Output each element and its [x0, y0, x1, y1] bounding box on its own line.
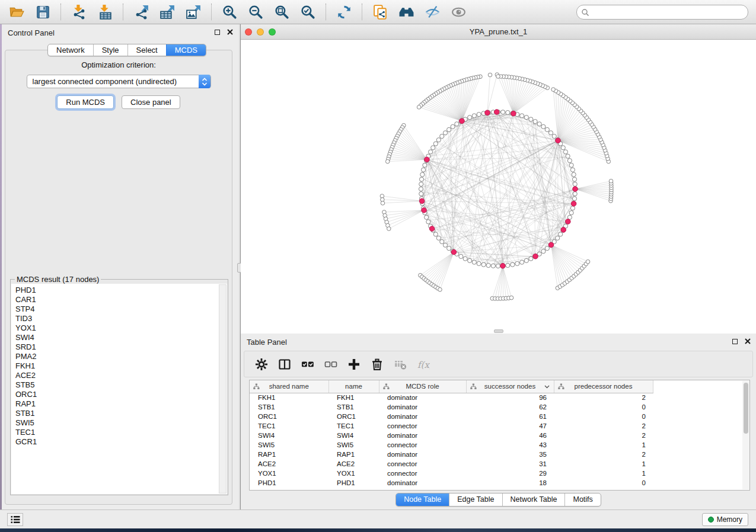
run-mcds-button[interactable]: Run MCDS: [57, 95, 114, 109]
tab-style[interactable]: Style: [93, 44, 127, 56]
mcds-result-item[interactable]: ACE2: [15, 371, 218, 380]
network-canvas[interactable]: [241, 40, 756, 334]
tab-network-table[interactable]: Network Table: [502, 493, 565, 506]
table-row[interactable]: RAP1RAP1dominator352: [250, 450, 742, 459]
mcds-result-item[interactable]: CAR1: [15, 295, 218, 305]
ring-node: [501, 110, 505, 114]
mcds-result-item[interactable]: PHD1: [15, 286, 218, 295]
table-panel-header: Table Panel: [241, 334, 756, 349]
ring-node: [529, 257, 533, 261]
tab-node-table[interactable]: Node Table: [396, 493, 449, 506]
network-window-titlebar[interactable]: YPA_prune.txt_1: [241, 24, 756, 40]
optimization-criterion-select[interactable]: largest connected component (undirected): [27, 75, 211, 88]
control-panel-title: Control Panel: [8, 28, 55, 37]
cell-filler: [653, 421, 742, 431]
tab-select[interactable]: Select: [127, 44, 166, 56]
column-header-shared-name[interactable]: shared name: [250, 380, 328, 393]
cell-successor-nodes: 61: [466, 412, 554, 421]
hub-node: [451, 249, 457, 255]
mcds-result-item[interactable]: FKH1: [15, 361, 218, 371]
ring-node: [477, 261, 481, 265]
toolbar-separator: [211, 4, 212, 20]
scrollbar-thumb[interactable]: [744, 383, 748, 434]
open-session-button[interactable]: [4, 2, 30, 22]
table-row[interactable]: SWI5SWI5connector431: [250, 440, 742, 450]
table-row[interactable]: TEC1TEC1connector472: [250, 421, 742, 431]
close-panel-button[interactable]: Close panel: [122, 95, 180, 109]
mcds-result-item[interactable]: STP4: [15, 305, 218, 314]
save-session-button[interactable]: [30, 2, 56, 22]
mcds-result-item[interactable]: STB5: [15, 380, 218, 390]
fan-node: [509, 296, 513, 300]
refresh-view-button[interactable]: [331, 2, 357, 22]
horizontal-splitter-grip[interactable]: [494, 329, 503, 333]
table-row[interactable]: SWI4SWI4dominator462: [250, 431, 742, 440]
deselect-all-button[interactable]: [324, 357, 338, 371]
zoom-in-icon: [222, 4, 238, 20]
column-label: name: [345, 383, 362, 390]
add-button[interactable]: [347, 357, 361, 371]
hub-node: [511, 111, 516, 116]
mcds-result-item[interactable]: PMA2: [15, 352, 218, 361]
import-network-button[interactable]: [66, 2, 92, 22]
menu-list-button[interactable]: [7, 513, 23, 526]
table-row[interactable]: PHD1PHD1dominator180: [250, 478, 742, 488]
tab-motifs[interactable]: Motifs: [564, 493, 600, 506]
settings-gear-button[interactable]: [254, 357, 269, 371]
table-row[interactable]: STB1STB1dominator620: [250, 402, 742, 412]
zoom-in-button[interactable]: [216, 2, 243, 22]
column-header-mcds-role[interactable]: MCDS role: [379, 380, 466, 393]
import-table-button[interactable]: [92, 2, 118, 22]
zoom-selected-button[interactable]: [295, 2, 321, 22]
tab-mcds[interactable]: MCDS: [166, 44, 206, 56]
column-header-name[interactable]: name: [328, 380, 379, 393]
table-row[interactable]: ORC1ORC1dominator610: [250, 412, 742, 421]
column-type-icon: [470, 383, 477, 390]
column-header-predecessor-nodes[interactable]: predecessor nodes: [554, 380, 653, 393]
import-network-icon: [71, 4, 87, 20]
float-window-icon[interactable]: [215, 30, 220, 35]
zoom-fit-button[interactable]: [269, 2, 295, 22]
search-input[interactable]: [589, 7, 748, 18]
select-all-button[interactable]: [301, 357, 315, 371]
mcds-result-item[interactable]: TID3: [15, 314, 218, 323]
hide-annotations-button[interactable]: [419, 2, 445, 22]
hub-node: [419, 198, 425, 204]
mcds-result-item[interactable]: SRD1: [15, 342, 218, 352]
control-panel-tabbar: NetworkStyleSelectMCDS: [47, 44, 206, 56]
export-table-button[interactable]: [154, 2, 180, 22]
mcds-result-item[interactable]: SWI5: [15, 418, 218, 428]
mcds-result-item[interactable]: ORC1: [15, 390, 218, 399]
mcds-result-item[interactable]: GCR1: [15, 437, 218, 447]
zoom-out-button[interactable]: [243, 2, 269, 22]
share-document-button[interactable]: [367, 2, 393, 22]
cell-successor-nodes: 29: [466, 469, 554, 478]
mcds-result-item[interactable]: STB1: [15, 409, 218, 418]
close-panel-icon[interactable]: [744, 338, 751, 345]
float-window-icon[interactable]: [732, 339, 738, 344]
close-panel-icon[interactable]: [227, 28, 234, 36]
tab-edge-table[interactable]: Edge Table: [449, 493, 502, 506]
export-network-button[interactable]: [128, 2, 154, 22]
cell-predecessor-nodes: 2: [554, 421, 653, 431]
columns-button[interactable]: [277, 357, 292, 371]
binoculars-button[interactable]: [393, 2, 419, 22]
column-header-successor-nodes[interactable]: successor nodes: [466, 380, 554, 393]
cell-mcds-role: connector: [379, 469, 466, 478]
toolbar-separator: [123, 4, 123, 20]
tab-network[interactable]: Network: [48, 44, 93, 56]
table-row[interactable]: FKH1FKH1dominator962: [250, 393, 742, 402]
table-row[interactable]: YOX1YOX1connector291: [250, 469, 742, 478]
mcds-result-item[interactable]: TEC1: [15, 428, 218, 437]
delete-button[interactable]: [370, 357, 384, 371]
table-row[interactable]: ACE2ACE2connector311: [250, 459, 742, 469]
mcds-result-item[interactable]: YOX1: [15, 323, 218, 333]
table-scrollbar[interactable]: [742, 381, 749, 489]
memory-button[interactable]: Memory: [702, 513, 748, 526]
deselect-all-icon: [324, 358, 337, 371]
mcds-list-scrollbar[interactable]: [219, 284, 227, 493]
mcds-result-item[interactable]: SWI4: [15, 333, 218, 342]
mcds-result-item[interactable]: RAP1: [15, 399, 218, 409]
show-annotations-button[interactable]: [445, 2, 471, 22]
export-image-button[interactable]: [180, 2, 206, 22]
